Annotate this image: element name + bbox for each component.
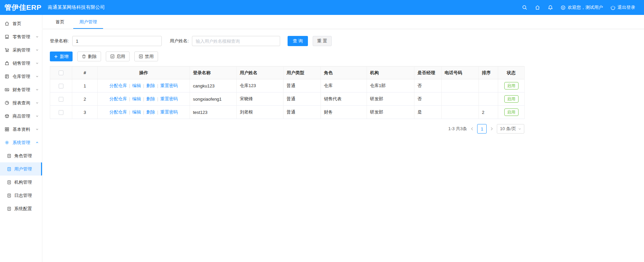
divider: | [129,109,130,115]
row-index: 2 [72,93,98,106]
x-square-icon [139,54,143,59]
sidebar-item-sales[interactable]: 销售管理 [0,57,42,70]
main-area: 首页 用户管理 登录名称: 用户姓名: 查 询 重 置 新增 删除 启用 [43,15,644,262]
edit-link[interactable]: 编辑 [132,83,141,88]
delete-button[interactable]: 删除 [77,52,101,61]
sidebar-item-purchase[interactable]: 采购管理 [0,43,42,57]
sidebar-item-system-config[interactable]: 系统配置 [0,202,42,215]
sidebar-item-label: 系统管理 [13,140,30,146]
sidebar-item-report[interactable]: 报表查询 [0,96,42,109]
row-checkbox[interactable] [59,97,63,102]
sidebar-item-label: 基本资料 [13,126,30,133]
sidebar-item-retail[interactable]: 零售管理 [0,30,42,43]
home-icon[interactable] [535,5,540,10]
select-all-checkbox[interactable] [59,70,63,75]
document-icon [7,206,12,211]
cell-usertype: 普通 [284,106,321,119]
add-button[interactable]: 新增 [50,52,73,61]
delete-button-label: 删除 [88,54,97,60]
purchase-icon [4,47,9,53]
page-size-value: 10 条/页 [500,126,516,132]
sidebar-item-label: 用户管理 [14,166,32,172]
sidebar-item-product[interactable]: 商品管理 [0,109,42,123]
tab-home[interactable]: 首页 [50,16,71,29]
logout-icon [610,5,616,10]
sidebar-item-user-management[interactable]: 用户管理 [0,162,42,176]
sidebar-item-system[interactable]: 系统管理 [0,136,42,149]
user-name-label: 用户姓名: [170,38,189,44]
query-button[interactable]: 查 询 [288,36,308,46]
delete-link[interactable]: 删除 [146,109,155,115]
chevron-down-icon [36,128,39,131]
enable-button[interactable]: 启用 [106,52,130,61]
sidebar-item-label: 角色管理 [14,153,32,159]
col-login: 登录名称 [190,66,237,79]
reset-password-link[interactable]: 重置密码 [160,83,178,88]
divider: | [157,83,158,88]
sidebar-item-label: 采购管理 [13,47,30,53]
edit-link[interactable]: 编辑 [132,109,141,115]
cell-manager: 否 [414,79,442,93]
login-name-input[interactable] [72,36,162,46]
sidebar-item-label: 首页 [13,21,21,27]
col-actions: 操作 [98,66,190,79]
sidebar-item-home[interactable]: 首页 [0,17,42,30]
assign-warehouse-link[interactable]: 分配仓库 [109,109,127,115]
logout-button[interactable]: 退出登录 [610,4,635,11]
sidebar-item-finance[interactable]: 财务管理 [0,83,42,96]
divider: | [143,96,144,101]
assign-warehouse-link[interactable]: 分配仓库 [109,83,127,88]
col-username: 用户姓名 [237,66,284,79]
sidebar-item-role-management[interactable]: 角色管理 [0,149,42,162]
finance-icon [4,87,9,92]
delete-link[interactable]: 删除 [146,83,155,88]
delete-link[interactable]: 删除 [146,96,155,101]
next-page-button[interactable] [490,127,493,131]
sidebar-item-log-management[interactable]: 日志管理 [0,189,42,202]
status-badge[interactable]: 启用 [504,95,519,103]
reset-button[interactable]: 重 置 [313,36,332,46]
cell-usertype: 普通 [284,93,321,106]
col-role: 角色 [321,66,367,79]
search-form: 登录名称: 用户姓名: 查 询 重 置 [50,36,644,46]
prev-page-button[interactable] [470,127,474,131]
page-size-select[interactable]: 10 条/页 [497,124,524,134]
row-actions: 分配仓库|编辑|删除|重置密码 [98,93,190,106]
sidebar-item-label: 商品管理 [13,113,30,119]
document-icon [7,193,12,198]
row-checkbox[interactable] [59,84,63,88]
cell-org: 研发部 [367,93,414,106]
chevron-down-icon [36,75,39,78]
status-badge[interactable]: 启用 [504,82,519,89]
sidebar-item-warehouse[interactable]: 仓库管理 [0,70,42,83]
search-icon[interactable] [522,5,527,10]
disable-button[interactable]: 禁用 [134,52,158,61]
user-table: # 操作 登录名称 用户姓名 用户类型 角色 机构 是否经理 电话号码 排序 状… [50,66,524,119]
cell-manager: 是 [414,106,442,119]
user-circle-icon [561,5,566,10]
current-page[interactable]: 1 [477,124,487,134]
cell-sort [479,93,498,106]
cell-username: 宋晓锋 [237,93,284,106]
status-badge[interactable]: 启用 [504,108,519,116]
basic-data-icon [4,127,9,132]
cell-role: 销售代表 [321,93,367,106]
warehouse-icon [4,74,9,79]
divider: | [129,83,130,88]
reset-password-link[interactable]: 重置密码 [160,96,178,101]
col-index: # [72,66,98,79]
disable-button-label: 禁用 [145,54,154,60]
bell-icon[interactable] [548,5,553,10]
tab-bar: 首页 用户管理 [43,15,644,29]
row-checkbox[interactable] [59,110,63,115]
reset-password-link[interactable]: 重置密码 [160,109,178,115]
user-name-input[interactable] [192,36,280,46]
welcome-user[interactable]: 欢迎您，测试用户 [561,4,603,11]
edit-link[interactable]: 编辑 [132,96,141,101]
tab-user-management[interactable]: 用户管理 [73,16,103,29]
assign-warehouse-link[interactable]: 分配仓库 [109,96,127,101]
product-icon [4,114,9,119]
sidebar-item-basic-data[interactable]: 基本资料 [0,123,42,136]
sidebar-item-org-management[interactable]: 机构管理 [0,176,42,189]
col-status: 状态 [498,66,525,79]
